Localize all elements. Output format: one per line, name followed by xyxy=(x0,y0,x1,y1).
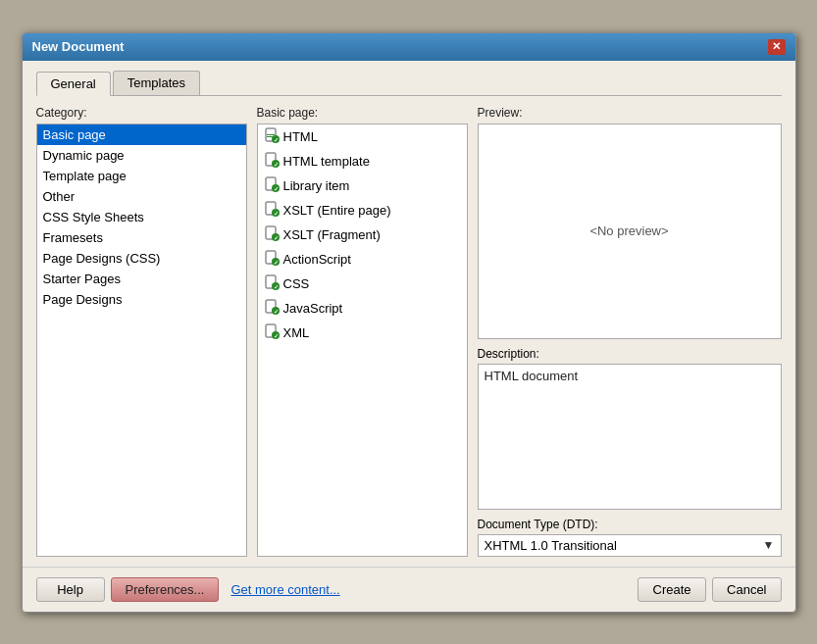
create-button[interactable]: Create xyxy=(638,577,706,602)
dialog-body: General Templates Category: Basic page D… xyxy=(23,61,795,567)
svg-text:✓: ✓ xyxy=(274,211,279,217)
dtd-select[interactable]: XHTML 1.0 Transitional ▼ xyxy=(478,534,782,557)
svg-rect-1 xyxy=(267,134,275,135)
preview-area: <No preview> xyxy=(478,124,782,339)
cancel-button[interactable]: Cancel xyxy=(712,577,781,602)
preview-column: Preview: <No preview> Description: HTML … xyxy=(478,106,782,557)
svg-text:✓: ✓ xyxy=(274,186,279,192)
list-item[interactable]: ✓ HTML template xyxy=(258,149,467,173)
new-document-dialog: New Document ✕ General Templates Categor… xyxy=(22,32,796,613)
file-icon: ✓ xyxy=(264,225,280,244)
no-preview-text: <No preview> xyxy=(589,223,668,238)
basic-page-column: Basic page: ✓ HTML xyxy=(257,106,468,557)
svg-text:✓: ✓ xyxy=(274,162,279,168)
file-icon: ✓ xyxy=(264,250,280,269)
file-icon: ✓ xyxy=(264,274,280,293)
description-label: Description: xyxy=(478,347,782,361)
get-more-content-link[interactable]: Get more content... xyxy=(225,578,345,601)
main-columns: Category: Basic page Dynamic page Templa… xyxy=(36,106,782,557)
svg-text:✓: ✓ xyxy=(274,235,279,241)
tabs-container: General Templates xyxy=(36,71,782,96)
list-item[interactable]: Page Designs xyxy=(37,289,246,310)
dtd-label: Document Type (DTD): xyxy=(478,518,782,531)
tab-templates[interactable]: Templates xyxy=(113,71,200,95)
file-icon: ✓ xyxy=(264,176,280,195)
file-icon: ✓ xyxy=(264,299,280,318)
preferences-button[interactable]: Preferences... xyxy=(111,577,220,602)
tab-general[interactable]: General xyxy=(36,72,111,96)
category-list[interactable]: Basic page Dynamic page Template page Ot… xyxy=(36,124,247,557)
list-item[interactable]: ✓ JavaScript xyxy=(258,296,467,321)
file-icon: ✓ xyxy=(264,127,280,146)
dropdown-arrow-icon: ▼ xyxy=(763,538,775,552)
title-bar: New Document ✕ xyxy=(23,33,795,61)
list-item[interactable]: Dynamic page xyxy=(37,145,246,166)
description-box: HTML document xyxy=(478,364,782,510)
file-icon: ✓ xyxy=(264,323,280,342)
list-item[interactable]: Page Designs (CSS) xyxy=(37,248,246,269)
list-item[interactable]: ✓ CSS xyxy=(258,272,467,296)
basic-page-list[interactable]: ✓ HTML ✓ HTML template ✓ xyxy=(257,124,468,557)
svg-text:✓: ✓ xyxy=(274,137,279,143)
list-item[interactable]: Template page xyxy=(37,166,246,186)
list-item[interactable]: ✓ XSLT (Fragment) xyxy=(258,223,467,247)
list-item[interactable]: Framesets xyxy=(37,227,246,248)
list-item[interactable]: ✓ ActionScript xyxy=(258,247,467,272)
preview-label: Preview: xyxy=(478,106,782,120)
close-button[interactable]: ✕ xyxy=(768,39,786,55)
bottom-bar: Help Preferences... Get more content... … xyxy=(23,567,795,612)
list-item[interactable]: ✓ XML xyxy=(258,321,467,345)
description-value: HTML document xyxy=(485,369,579,383)
list-item[interactable]: Starter Pages xyxy=(37,269,246,289)
svg-text:✓: ✓ xyxy=(274,284,279,290)
list-item[interactable]: CSS Style Sheets xyxy=(37,207,246,227)
basic-page-label: Basic page: xyxy=(257,106,468,120)
file-icon: ✓ xyxy=(264,152,280,171)
svg-text:✓: ✓ xyxy=(274,333,279,339)
help-button[interactable]: Help xyxy=(36,577,105,602)
file-icon: ✓ xyxy=(264,201,280,220)
category-column: Category: Basic page Dynamic page Templa… xyxy=(36,106,247,557)
svg-text:✓: ✓ xyxy=(274,260,279,266)
list-item[interactable]: Other xyxy=(37,186,246,207)
dtd-value: XHTML 1.0 Transitional xyxy=(485,538,617,553)
category-label: Category: xyxy=(36,106,247,120)
list-item[interactable]: ✓ XSLT (Entire page) xyxy=(258,198,467,223)
list-item[interactable]: ✓ HTML xyxy=(258,124,467,149)
list-item[interactable]: ✓ Library item xyxy=(258,173,467,198)
list-item[interactable]: Basic page xyxy=(37,124,246,145)
svg-text:✓: ✓ xyxy=(274,309,279,315)
dialog-title: New Document xyxy=(32,39,125,54)
